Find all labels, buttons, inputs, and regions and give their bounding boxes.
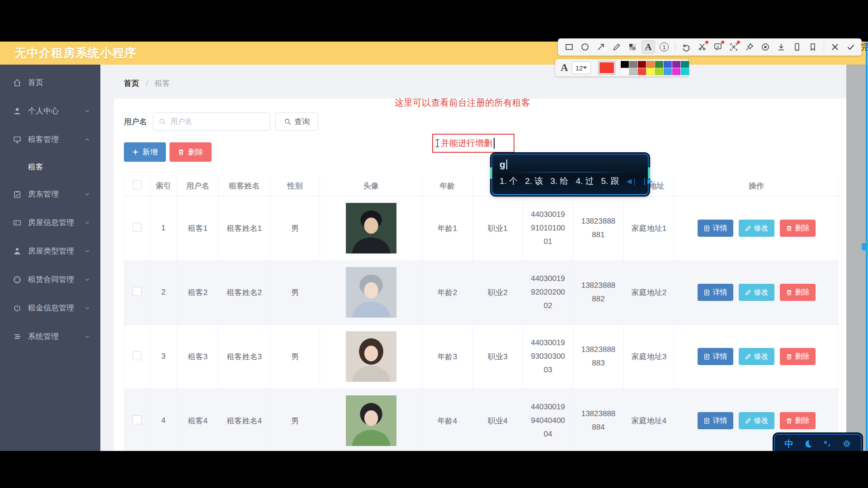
row-checkbox[interactable] <box>132 287 142 296</box>
home-icon <box>13 78 22 87</box>
id-card-icon <box>13 218 22 227</box>
page-next-icon[interactable]: ❘▶ <box>642 177 653 185</box>
sidebar-item-house-type-mgmt[interactable]: 房屋类型管理 <box>0 237 100 265</box>
extract-text-button[interactable] <box>727 40 741 54</box>
palette-color[interactable] <box>672 61 680 68</box>
screenshot-toolbar: A 1 A 完成 <box>558 38 862 56</box>
palette-color[interactable] <box>646 68 655 75</box>
detail-button[interactable]: 详情 <box>698 284 733 301</box>
palette-color[interactable] <box>638 68 646 75</box>
palette-color[interactable] <box>638 61 646 68</box>
row-delete-button[interactable]: 删除 <box>780 220 816 237</box>
palette-color[interactable] <box>681 68 689 75</box>
ime-pager: ◀❘ ❘▶ <box>627 177 653 185</box>
punctuation-mode-icon[interactable] <box>821 437 834 450</box>
palette-color[interactable] <box>664 68 672 75</box>
col-age: 年龄 <box>422 176 473 196</box>
font-size-select[interactable]: 12 <box>572 61 591 74</box>
breadcrumb-separator: / <box>146 79 148 88</box>
row-delete-button[interactable]: 删除 <box>780 284 816 301</box>
palette-color[interactable] <box>621 68 629 75</box>
number-badge-tool[interactable]: 1 <box>657 40 671 54</box>
sidebar-item-home[interactable]: 首页 <box>0 68 100 97</box>
mosaic-tool[interactable] <box>626 40 639 54</box>
ime-candidate[interactable]: 4. 过 <box>576 175 594 187</box>
row-checkbox[interactable] <box>132 351 142 360</box>
ime-candidate-window: g 1. 个 2. 该 3. 给 4. 过 5. 跟 ◀❘ ❘▶ <box>491 154 649 195</box>
gear-icon[interactable] <box>840 437 853 450</box>
done-button[interactable]: 完成 <box>861 42 868 52</box>
translate-button[interactable]: A <box>711 40 725 54</box>
ime-candidate[interactable]: 3. 给 <box>550 175 568 187</box>
toolbar-separator <box>824 42 824 52</box>
palette-color[interactable] <box>629 68 637 75</box>
breadcrumb-home[interactable]: 首页 <box>124 79 139 88</box>
half-moon-icon[interactable] <box>802 437 815 450</box>
download-button[interactable] <box>774 40 788 54</box>
crop-screenshot-button[interactable] <box>695 40 709 54</box>
undo-button[interactable] <box>679 40 693 54</box>
palette-color[interactable] <box>664 61 672 68</box>
select-all-checkbox[interactable] <box>132 180 142 189</box>
pin-button[interactable] <box>743 40 756 54</box>
add-button[interactable]: 新增 <box>124 142 166 162</box>
sidebar-item-tenant-mgmt[interactable]: 租客管理 <box>0 125 100 154</box>
arrow-tool[interactable] <box>594 40 608 54</box>
sidebar-item-landlord-mgmt[interactable]: 房东管理 <box>0 180 100 208</box>
ime-language-mode[interactable]: 中 <box>783 437 795 450</box>
edit-button[interactable]: 修改 <box>739 284 774 301</box>
ime-candidate[interactable]: 5. 跟 <box>601 175 619 187</box>
record-button[interactable] <box>759 40 772 54</box>
search-icon <box>159 118 166 125</box>
sidebar-item-lease-contract-mgmt[interactable]: 租赁合同管理 <box>0 265 100 294</box>
letterbox-top <box>0 0 868 42</box>
delete-button[interactable]: 删除 <box>170 142 212 162</box>
palette-color[interactable] <box>672 68 680 75</box>
notification-dot <box>721 41 724 44</box>
pen-tool[interactable] <box>610 40 623 54</box>
row-delete-button[interactable]: 删除 <box>780 412 816 429</box>
sidebar-subitem-label: 租客 <box>28 162 43 172</box>
row-delete-button[interactable]: 删除 <box>780 348 816 365</box>
avatar <box>346 203 396 253</box>
sidebar-item-rent-info-mgmt[interactable]: 租金信息管理 <box>0 294 100 322</box>
page-prev-icon[interactable]: ◀❘ <box>627 177 637 185</box>
scrollbar-track[interactable] <box>846 65 868 451</box>
detail-button[interactable]: 详情 <box>698 220 733 237</box>
detail-button[interactable]: 详情 <box>698 348 733 365</box>
font-icon: A <box>561 62 568 74</box>
table-actions: 新增 删除 <box>124 142 212 162</box>
edit-button[interactable]: 修改 <box>739 412 774 429</box>
ellipse-tool[interactable] <box>578 40 592 54</box>
current-color-swatch[interactable] <box>598 61 615 75</box>
palette-color[interactable] <box>629 61 637 68</box>
rectangle-tool[interactable] <box>562 40 576 54</box>
sidebar-item-profile[interactable]: 个人中心 <box>0 97 100 125</box>
palette-color[interactable] <box>655 61 663 68</box>
edit-button[interactable]: 修改 <box>739 348 774 365</box>
text-tool[interactable]: A <box>642 40 655 54</box>
ime-candidate[interactable]: 2. 该 <box>525 175 543 187</box>
row-checkbox[interactable] <box>132 223 142 232</box>
palette-color[interactable] <box>621 61 629 68</box>
ime-candidate[interactable]: 1. 个 <box>500 175 518 187</box>
palette-color[interactable] <box>655 68 663 75</box>
bookmark-button[interactable] <box>806 40 820 54</box>
annotation-textbox[interactable]: 并能进行增删 <box>432 134 514 153</box>
username-filter-label: 用户名 <box>124 117 147 127</box>
row-checkbox[interactable] <box>132 415 142 424</box>
palette-color[interactable] <box>646 61 655 68</box>
search-button[interactable]: 查询 <box>275 113 318 131</box>
device-button[interactable] <box>790 40 804 54</box>
sidebar-item-house-info-mgmt[interactable]: 房屋信息管理 <box>0 208 100 237</box>
sidebar-item-system-mgmt[interactable]: 系统管理 <box>0 322 100 351</box>
username-input[interactable] <box>170 117 265 126</box>
edit-button[interactable]: 修改 <box>739 220 774 237</box>
selection-resize-handle[interactable] <box>862 243 867 250</box>
ime-composition: g <box>500 158 641 171</box>
done-check-icon[interactable] <box>844 40 858 54</box>
detail-button[interactable]: 详情 <box>698 412 733 429</box>
sidebar-item-tenant[interactable]: 租客 <box>0 154 100 180</box>
close-button[interactable] <box>828 40 842 54</box>
palette-color[interactable] <box>681 61 689 68</box>
